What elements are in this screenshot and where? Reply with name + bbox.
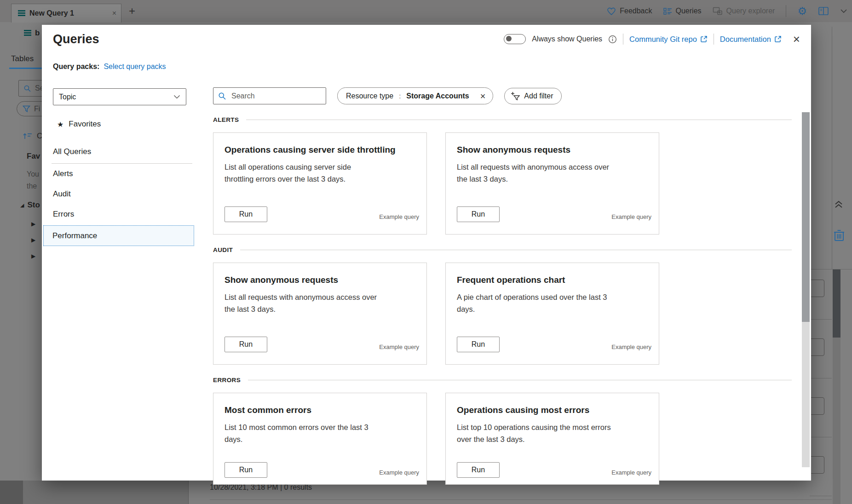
card-row: Show anonymous requests List all request… [213,263,792,365]
example-query-label: Example query [379,469,419,476]
favorites-heading-fragment: Fav [27,152,40,161]
queries-search-box[interactable] [213,87,326,104]
sidebar-item-performance-selected[interactable]: Performance [43,225,194,246]
open-query-item: b [17,29,40,38]
add-filter-button[interactable]: Add filter [504,88,561,104]
info-icon[interactable] [608,35,617,44]
sidebar-item-audit[interactable]: Audit [53,189,71,199]
example-query-label: Example query [611,213,651,220]
row-divider [810,437,832,437]
row-divider [810,378,832,378]
query-tab[interactable]: New Query 1 × [11,4,121,23]
query-card-description: List all requests with anonymous access … [457,161,609,185]
query-card-description: List 10 most common errors over the last… [225,422,368,445]
sidebar-text-fragment: the [27,182,37,190]
background-scrollbar[interactable] [833,269,840,504]
new-tab-button[interactable]: + [129,5,135,17]
query-card-title: Show anonymous requests [225,275,338,285]
header-divider [623,34,623,45]
trash-icon[interactable] [834,229,846,242]
example-query-label: Example query [379,213,419,220]
storage-group-node[interactable]: ◢ Sto [20,200,40,210]
query-card-description: List all requests with anonymous access … [225,292,377,315]
reference-book-icon[interactable] [818,6,829,16]
community-git-repo-link[interactable]: Community Git repo [629,35,708,44]
run-button[interactable]: Run [225,337,267,352]
run-button[interactable]: Run [225,462,267,478]
select-query-packs-link[interactable]: Select query packs [104,63,166,71]
query-card-description: List all operations causing server side … [225,161,351,185]
caret-collapsed-icon[interactable]: ▶ [31,237,35,243]
run-button[interactable]: Run [225,206,267,222]
section-errors: ERRORS Most common errors List 10 most c… [213,377,792,485]
modal-scrollbar[interactable] [802,112,810,467]
close-dialog-button[interactable]: × [790,33,803,46]
dialog-title: Queries [53,32,99,46]
resource-type-filter-pill[interactable]: Resource type : Storage Accounts × [337,87,493,104]
table-top-border [810,269,852,269]
run-button[interactable]: Run [457,206,500,222]
query-card-title: Operations causing most errors [457,405,589,415]
settings-gear-icon[interactable]: ⚙ [797,5,807,17]
active-tab-underline [9,68,42,69]
top-bar-divider [786,5,786,17]
tab-tables[interactable]: Tables [11,54,34,63]
query-card-description: A pie chart of operations used over the … [457,292,607,315]
query-card: Operations causing server side throttlin… [213,132,427,235]
sidebar-divider [52,163,192,164]
card-row: Most common errors List 10 most common e… [213,393,792,485]
tables-search-input[interactable]: Se [18,80,42,97]
performance-label: Performance [52,231,97,241]
feedback-button[interactable]: Feedback [607,7,652,16]
sidebar-bottom-strip [0,481,188,504]
chevron-down-icon [173,95,180,99]
group-label-fragment: C [37,132,42,141]
query-card: Frequent operations chart A pie chart of… [445,263,659,365]
section-audit: AUDIT Show anonymous requests List all r… [213,246,792,365]
query-explorer-button[interactable]: Query explorer [713,7,775,15]
group-by-control[interactable]: C [23,132,42,141]
topic-dropdown[interactable]: Topic [53,88,186,105]
star-icon: ★ [57,120,63,129]
tables-filter-pill[interactable]: Fi [17,101,42,116]
search-input[interactable] [230,92,315,101]
collapse-double-chevron-icon[interactable] [833,200,845,210]
example-query-label: Example query [611,344,651,350]
external-link-icon [700,35,708,43]
modal-scrollbar-thumb[interactable] [802,112,810,322]
tables-sidebar: b Tables Se Fi C Fav You the ◢ Sto ▶ ▶ ▶ [0,22,42,481]
query-card-description: List top 10 operations causing the most … [457,422,611,445]
run-button[interactable]: Run [457,337,500,352]
documentation-label: Documentation [720,35,771,44]
background-scrollbar-thumb[interactable] [833,269,840,338]
feedback-label: Feedback [620,7,652,15]
external-link-icon [774,35,782,43]
left-rail-bottom [0,481,23,504]
sidebar-item-all-queries[interactable]: All Queries [53,147,91,156]
query-card-title: Operations causing server side throttlin… [225,145,396,155]
sidebar-item-favorites[interactable]: ★ Favorites [57,120,101,129]
section-title: ERRORS [213,377,241,384]
header-divider [714,34,714,45]
documentation-link[interactable]: Documentation [720,35,782,44]
filter-label-fragment: Fi [34,105,40,113]
sidebar-item-errors[interactable]: Errors [53,210,74,219]
caret-collapsed-icon[interactable]: ▶ [31,221,35,227]
sidebar-item-alerts[interactable]: Alerts [53,169,73,178]
search-icon [218,92,226,100]
always-show-queries-toggle[interactable] [504,34,526,44]
tab-close-icon[interactable]: × [112,9,116,17]
search-icon [23,85,31,92]
queries-button[interactable]: Queries [663,7,702,15]
run-button[interactable]: Run [457,462,500,478]
topic-dropdown-value: Topic [59,93,173,101]
queries-list-icon [663,7,672,15]
remove-filter-button[interactable]: × [478,91,489,101]
row-divider [810,496,832,496]
caret-collapsed-icon[interactable]: ▶ [31,253,35,259]
query-document-icon [24,30,31,37]
query-document-icon [18,10,25,17]
chevron-down-icon[interactable] [840,9,847,13]
query-explorer-icon [713,7,723,15]
section-alerts: ALERTS Operations causing server side th… [213,116,792,235]
